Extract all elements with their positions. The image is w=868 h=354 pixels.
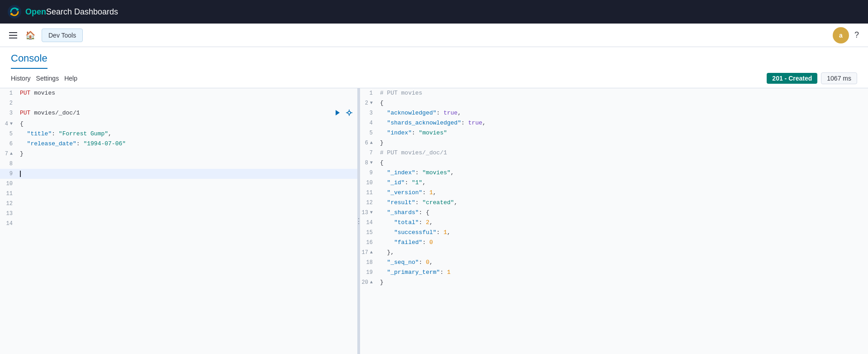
out-fold-20[interactable]: ▲ (370, 277, 373, 287)
out-line-content-5: "index": "movies" (378, 128, 868, 138)
line-num-9: 9 (0, 169, 18, 179)
svg-point-2 (10, 13, 13, 15)
out-fold-8[interactable]: ▼ (370, 158, 373, 168)
out-line-num-2: 2▼ (360, 98, 378, 108)
line-row-1: PUT movies (18, 88, 357, 98)
opensearch-logo-icon (7, 5, 22, 19)
svg-point-3 (348, 111, 351, 114)
run-button[interactable] (333, 108, 342, 119)
out-line-content-14: "total": 2, (378, 218, 868, 228)
out-line-content-2: { (378, 98, 868, 108)
editor-line-2: 2 (0, 98, 357, 108)
page-content: Console History Settings Help 201 - Crea… (0, 47, 868, 354)
output-code-area: 1 # PUT movies 2▼ { 3 "acknowledged": tr… (360, 88, 868, 354)
line-num-12: 12 (0, 199, 18, 209)
output-line-7: 7 # PUT movies/_doc/1 (360, 148, 868, 158)
dev-tools-tab[interactable]: Dev Tools (42, 29, 83, 42)
out-line-content-6: } (378, 138, 868, 148)
hamburger-button[interactable] (7, 30, 19, 40)
editor-line-3: 3 PUT movies/_doc/1 (0, 108, 357, 119)
menu-bar: History Settings Help 201 - Created 1067… (0, 69, 868, 88)
line-num-11: 11 (0, 189, 18, 199)
editor-line-12: 12 (0, 199, 357, 209)
out-line-content-4: "shards_acknowledged": true, (378, 118, 868, 128)
svg-point-0 (8, 5, 21, 19)
out-line-content-3: "acknowledged": true, (378, 108, 868, 118)
user-avatar[interactable]: a (833, 27, 849, 43)
out-line-num-7: 7 (360, 148, 378, 158)
line-num-13: 13 (0, 209, 18, 219)
logo-text: OpenSearch Dashboards (25, 7, 118, 17)
line-num-3: 3 (0, 108, 18, 118)
out-line-num-20: 20▲ (360, 277, 378, 287)
editor-panel[interactable]: 1 PUT movies 2 3 PUT movies/_doc/1 (0, 88, 357, 354)
method-put-3: PUT (20, 110, 30, 116)
line-num-7: 7▲ (0, 149, 18, 159)
line-content-7: } (18, 149, 357, 159)
svg-point-1 (16, 9, 19, 11)
output-line-2: 2▼ { (360, 98, 868, 108)
timing-badge: 1067 ms (821, 72, 857, 84)
method-put-1: PUT (20, 90, 30, 96)
output-line-20: 20▲ } (360, 277, 868, 287)
output-line-4: 4 "shards_acknowledged": true, (360, 118, 868, 128)
editor-line-14: 14 (0, 219, 357, 229)
out-line-num-5: 5 (360, 128, 378, 138)
out-fold-13[interactable]: ▼ (370, 208, 373, 218)
menu-help[interactable]: Help (64, 73, 83, 84)
out-fold-2[interactable]: ▼ (370, 98, 373, 108)
path-1: movies (34, 90, 55, 96)
output-line-15: 15 "successful": 1, (360, 228, 868, 238)
help-button[interactable]: ? (853, 29, 861, 42)
line-num-1: 1 (0, 88, 18, 98)
output-line-17: 17▲ }, (360, 248, 868, 258)
output-line-13: 13▼ "_shards": { (360, 208, 868, 218)
out-line-num-10: 10 (360, 178, 378, 188)
menu-settings[interactable]: Settings (36, 73, 65, 84)
fold-arrow-4[interactable]: ▼ (10, 119, 13, 129)
out-line-content-1: # PUT movies (378, 88, 868, 98)
line-num-5: 5 (0, 129, 18, 139)
editor-line-11: 11 (0, 189, 357, 199)
out-fold-17[interactable]: ▲ (370, 248, 373, 258)
out-line-num-15: 15 (360, 228, 378, 238)
line-num-14: 14 (0, 219, 18, 229)
output-line-6: 6▲ } (360, 138, 868, 148)
out-line-content-15: "successful": 1, (378, 228, 868, 238)
out-line-content-10: "_id": "1", (378, 178, 868, 188)
editor-line-9[interactable]: 9 (0, 169, 357, 179)
out-line-num-1: 1 (360, 88, 378, 98)
out-line-num-13: 13▼ (360, 208, 378, 218)
editor-line-6: 6 "release_date": "1994-07-06" (0, 139, 357, 149)
output-line-9: 9 "_index": "movies", (360, 168, 868, 178)
out-line-num-4: 4 (360, 118, 378, 128)
editor-line-1: 1 PUT movies (0, 88, 357, 98)
output-line-3: 3 "acknowledged": true, (360, 108, 868, 118)
out-line-content-18: "_seq_no": 0, (378, 258, 868, 268)
line-num-10: 10 (0, 179, 18, 189)
line-content-1: PUT movies (18, 88, 357, 98)
output-line-1: 1 # PUT movies (360, 88, 868, 98)
line-num-6: 6 (0, 139, 18, 149)
line-num-8: 8 (0, 159, 18, 169)
out-line-content-11: "_version": 1, (378, 188, 868, 198)
tools-button[interactable] (345, 108, 354, 119)
editor-container: 1 PUT movies 2 3 PUT movies/_doc/1 (0, 88, 868, 354)
out-line-num-3: 3 (360, 108, 378, 118)
line-content-3: PUT movies/_doc/1 (18, 108, 333, 118)
line-content-9 (18, 169, 357, 179)
output-line-12: 12 "result": "created", (360, 198, 868, 208)
editor-code-area: 1 PUT movies 2 3 PUT movies/_doc/1 (0, 88, 357, 354)
output-line-14: 14 "total": 2, (360, 218, 868, 228)
out-fold-6[interactable]: ▲ (370, 138, 373, 148)
out-line-content-13: "_shards": { (378, 208, 868, 218)
output-panel: 1 # PUT movies 2▼ { 3 "acknowledged": tr… (360, 88, 868, 354)
home-button[interactable]: 🏠 (23, 28, 38, 43)
output-line-16: 16 "failed": 0 (360, 238, 868, 248)
menu-history[interactable]: History (11, 73, 36, 84)
status-badge: 201 - Created (767, 73, 817, 84)
editor-line-5: 5 "title": "Forrest Gump", (0, 129, 357, 139)
fold-arrow-7[interactable]: ▲ (10, 149, 13, 159)
out-line-num-9: 9 (360, 168, 378, 178)
line-row-3: PUT movies/_doc/1 (18, 108, 357, 119)
